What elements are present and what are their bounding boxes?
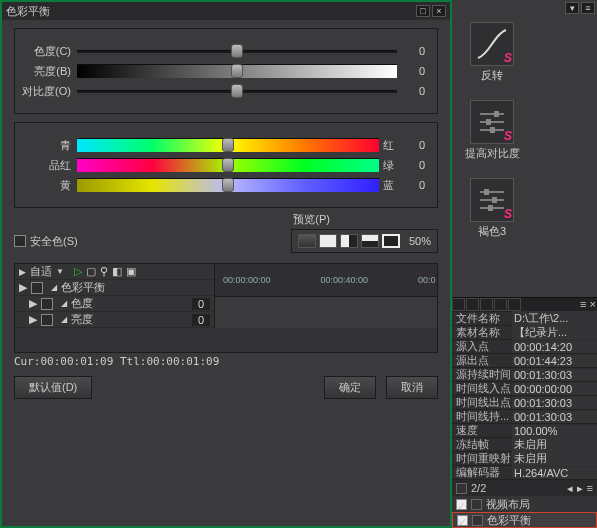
- property-key: 时间线出点: [452, 395, 512, 410]
- fx-sepia-icon[interactable]: S: [470, 178, 514, 222]
- red-label: 红: [379, 138, 397, 153]
- tool-3-icon[interactable]: ◧: [112, 265, 122, 278]
- property-value: 100.00%: [512, 425, 597, 437]
- property-key: 速度: [452, 423, 512, 438]
- property-row: 时间线出点00:01:30:03: [452, 396, 597, 410]
- cancel-button[interactable]: 取消: [386, 376, 438, 399]
- property-row: 速度100.00%: [452, 424, 597, 438]
- property-key: 源入点: [452, 339, 512, 354]
- contrast-slider[interactable]: [77, 83, 397, 99]
- magenta-label: 品红: [19, 158, 77, 173]
- property-row: 源持续时间00:01:30:03: [452, 368, 597, 382]
- track-1-value[interactable]: 0: [192, 298, 210, 310]
- preview-mode-3-button[interactable]: [340, 234, 358, 248]
- effects-palette: ▾ ≡ S 反转 S 提高对比度 S: [452, 0, 597, 298]
- maximize-button[interactable]: □: [416, 5, 430, 17]
- svg-rect-5: [490, 127, 495, 133]
- preview-mode-1-button[interactable]: [298, 234, 316, 248]
- fx-menu-2-button[interactable]: ≡: [581, 2, 595, 14]
- property-row: 时间线持...00:01:30:03: [452, 410, 597, 424]
- properties-tabs: ≡ ×: [452, 298, 597, 312]
- property-key: 源持续时间: [452, 367, 512, 382]
- fx-contrast-icon[interactable]: S: [470, 100, 514, 144]
- property-value: 00:01:44:23: [512, 355, 597, 367]
- preview-label: 预览(P): [170, 212, 330, 227]
- track-2-checkbox[interactable]: [41, 314, 53, 326]
- property-key: 文件名称: [452, 311, 512, 326]
- yellow-blue-slider[interactable]: [77, 177, 379, 193]
- preview-mode-4-button[interactable]: [361, 234, 379, 248]
- property-key: 编解码器: [452, 465, 512, 480]
- property-value: 未启用: [512, 451, 597, 466]
- preview-percent: 50%: [409, 235, 431, 247]
- fx-invert-icon[interactable]: S: [470, 22, 514, 66]
- layer-page-icon[interactable]: [456, 483, 467, 494]
- window-title: 色彩平衡: [6, 4, 50, 19]
- safe-color-checkbox[interactable]: [14, 235, 26, 247]
- yellow-label: 黄: [19, 178, 77, 193]
- hue-slider[interactable]: [77, 43, 397, 59]
- color-sliders-panel: 青 红 0 品红 绿 0 黄 蓝 0: [14, 122, 438, 208]
- layer-next-icon[interactable]: ▸: [577, 482, 583, 495]
- layer-checkbox[interactable]: ✓: [457, 515, 468, 526]
- property-row: 源出点00:01:44:23: [452, 354, 597, 368]
- layers-list: ✓视频布局✓色彩平衡: [452, 496, 597, 528]
- tool-2-icon[interactable]: ⚲: [100, 265, 108, 278]
- fx-sepia-label: 褐色3: [464, 224, 520, 239]
- svg-rect-10: [492, 197, 497, 203]
- play-icon[interactable]: ▷: [74, 265, 82, 278]
- property-key: 时间线持...: [452, 409, 512, 424]
- layer-count: 2/2: [471, 482, 486, 494]
- timeline-body[interactable]: [215, 297, 437, 329]
- prop-tab-5[interactable]: [508, 298, 521, 311]
- layer-prev-icon[interactable]: ◂: [567, 482, 573, 495]
- layer-icon: [472, 515, 483, 526]
- contrast-label: 对比度(O): [19, 84, 77, 99]
- brightness-slider[interactable]: [77, 63, 397, 79]
- track-2-value[interactable]: 0: [192, 314, 210, 326]
- brightness-label: 亮度(B): [19, 64, 77, 79]
- safe-color-label: 安全色(S): [30, 234, 78, 249]
- timeline-ruler[interactable]: 00:00:00:00 00:00:40:00 00:0: [215, 264, 437, 297]
- track-1-checkbox[interactable]: [41, 298, 53, 310]
- prop-tab-1[interactable]: [452, 298, 465, 311]
- prop-tab-4[interactable]: [494, 298, 507, 311]
- property-row: 源入点00:00:14:20: [452, 340, 597, 354]
- fx-menu-1-button[interactable]: ▾: [565, 2, 579, 14]
- property-value: 【纪录片...: [512, 325, 597, 340]
- prop-tab-2[interactable]: [466, 298, 479, 311]
- property-value: 00:01:30:03: [512, 411, 597, 423]
- ok-button[interactable]: 确定: [324, 376, 376, 399]
- svg-rect-9: [484, 189, 489, 195]
- preview-mode-2-button[interactable]: [319, 234, 337, 248]
- property-row: 编解码器H.264/AVC: [452, 466, 597, 480]
- magenta-green-slider[interactable]: [77, 157, 379, 173]
- property-value: D:\工作\2...: [512, 311, 597, 326]
- svg-rect-3: [494, 111, 499, 117]
- preview-mode-5-button[interactable]: [382, 234, 400, 248]
- tool-1-icon[interactable]: ▢: [86, 265, 96, 278]
- property-key: 时间线入点: [452, 381, 512, 396]
- property-row: 时间线入点00:00:00:00: [452, 382, 597, 396]
- layer-checkbox[interactable]: ✓: [456, 499, 467, 510]
- timeline-zoom-dropdown[interactable]: 自适: [30, 264, 52, 279]
- prop-tab-3[interactable]: [480, 298, 493, 311]
- layer-name: 色彩平衡: [487, 513, 531, 528]
- layer-row[interactable]: ✓色彩平衡: [452, 512, 597, 528]
- magenta-green-value: 0: [397, 159, 429, 171]
- hue-label: 色度(C): [19, 44, 77, 59]
- track-0-checkbox[interactable]: [31, 282, 43, 294]
- basic-sliders-panel: 色度(C) 0 亮度(B) 0 对比度(O) 0: [14, 28, 438, 114]
- contrast-value: 0: [397, 85, 429, 97]
- layer-menu-icon[interactable]: ≡: [587, 482, 593, 494]
- layer-row[interactable]: ✓视频布局: [452, 496, 597, 512]
- defaults-button[interactable]: 默认值(D): [14, 376, 92, 399]
- cyan-red-value: 0: [397, 139, 429, 151]
- fx-invert-label: 反转: [464, 68, 520, 83]
- tool-4-icon[interactable]: ▣: [126, 265, 136, 278]
- close-button[interactable]: ×: [432, 5, 446, 17]
- blue-label: 蓝: [379, 178, 397, 193]
- layers-header: 2/2 ◂ ▸ ≡: [452, 480, 597, 496]
- track-1-name: 色度: [71, 296, 93, 311]
- cyan-red-slider[interactable]: [77, 137, 379, 153]
